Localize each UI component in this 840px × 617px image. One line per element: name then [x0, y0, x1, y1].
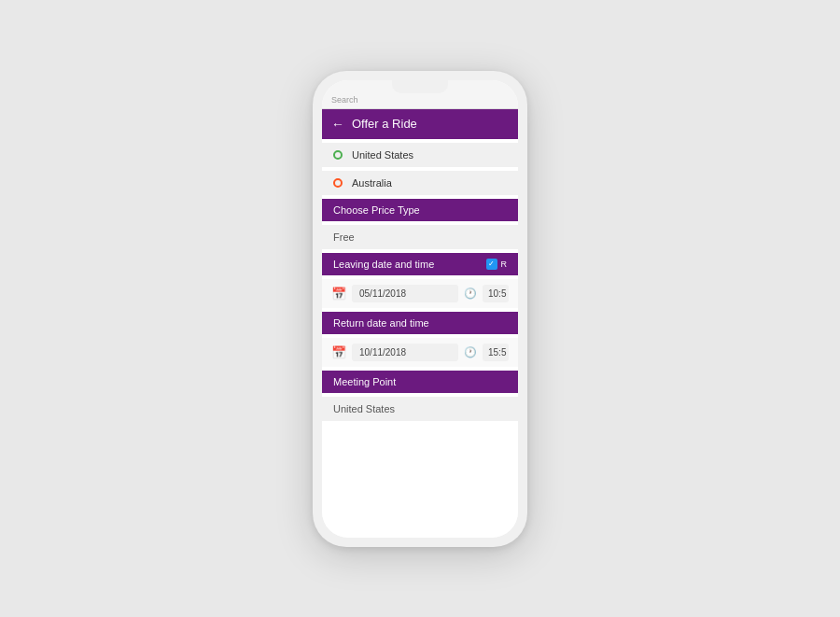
- return-calendar-icon: 📅: [331, 345, 346, 359]
- country-au-label: Australia: [352, 177, 392, 189]
- price-type-section-header: Choose Price Type: [322, 199, 518, 221]
- price-type-value: Free: [333, 231, 355, 243]
- country-us-label: United States: [352, 149, 413, 161]
- leaving-datetime-row: 📅 05/11/2018 🕐 10:5: [322, 279, 518, 308]
- price-type-field[interactable]: Free: [322, 225, 518, 249]
- country-option-au[interactable]: Australia: [322, 171, 518, 195]
- return-datetime-row: 📅 10/11/2018 🕐 15:5: [322, 338, 518, 367]
- phone-screen: Search ← Offer a Ride United States Aust…: [322, 80, 518, 538]
- dot-orange-icon: [333, 178, 343, 188]
- leaving-date-field[interactable]: 05/11/2018: [352, 285, 458, 302]
- country-option-us[interactable]: United States: [322, 143, 518, 167]
- return-section-header: Return date and time: [322, 312, 518, 334]
- leaving-section-header: Leaving date and time ✓ R: [322, 253, 518, 275]
- return-date-field[interactable]: 10/11/2018: [352, 344, 458, 361]
- dot-green-icon: [333, 150, 343, 160]
- leaving-checkbox[interactable]: ✓: [486, 259, 497, 270]
- leaving-label: Leaving date and time: [333, 259, 434, 270]
- return-time-field[interactable]: 15:5: [483, 344, 509, 361]
- phone-frame: Search ← Offer a Ride United States Aust…: [313, 71, 527, 547]
- meeting-value: United States: [333, 403, 395, 414]
- phone-notch: [392, 80, 448, 93]
- price-type-label: Choose Price Type: [333, 204, 420, 216]
- back-button[interactable]: ←: [331, 117, 344, 132]
- return-label: Return date and time: [333, 317, 429, 329]
- leaving-checkbox-label: R: [501, 259, 508, 269]
- return-clock-icon: 🕐: [464, 346, 477, 358]
- search-placeholder: Search: [331, 95, 358, 105]
- meeting-field[interactable]: United States: [322, 397, 518, 421]
- page-title: Offer a Ride: [352, 117, 417, 131]
- meeting-section-header: Meeting Point: [322, 371, 518, 393]
- app-header: ← Offer a Ride: [322, 109, 518, 139]
- leaving-calendar-icon: 📅: [331, 287, 346, 301]
- meeting-label: Meeting Point: [333, 376, 396, 387]
- content-area: United States Australia Choose Price Typ…: [322, 139, 518, 538]
- leaving-clock-icon: 🕐: [464, 287, 477, 300]
- leaving-time-field[interactable]: 10:5: [483, 285, 509, 302]
- leaving-checkbox-area: ✓ R: [486, 259, 508, 270]
